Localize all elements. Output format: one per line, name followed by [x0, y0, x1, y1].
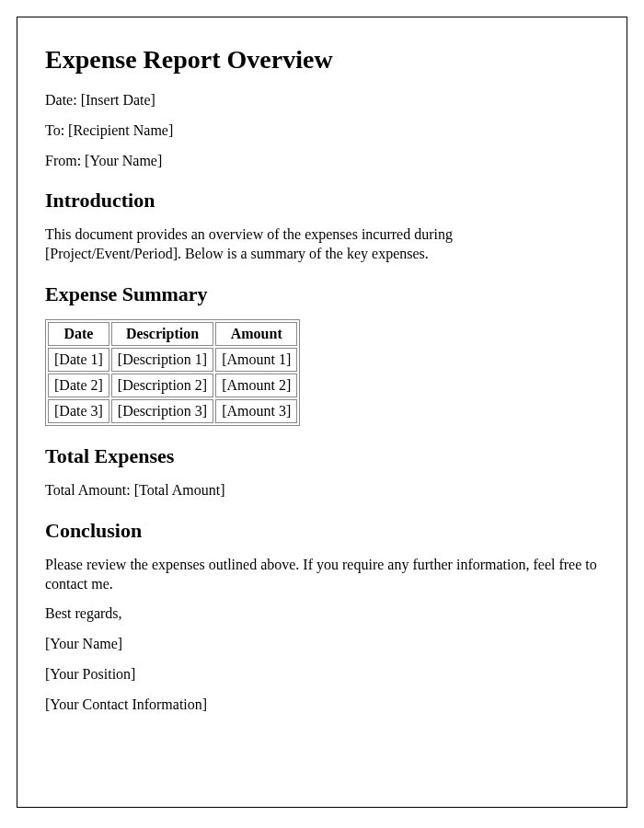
table-row: [Date 2] [Description 2] [Amount 2] [48, 374, 297, 397]
table-cell: [Date 3] [48, 399, 109, 423]
conclusion-position: [Your Position] [45, 665, 599, 684]
table-cell: [Description 2] [111, 374, 213, 397]
table-cell: [Date 1] [48, 348, 109, 372]
table-header-row: Date Description Amount [48, 322, 297, 346]
meta-date: Date: [Insert Date] [45, 91, 599, 110]
total-heading: Total Expenses [45, 444, 599, 468]
table-header-description: Description [111, 322, 213, 346]
introduction-body: This document provides an overview of th… [45, 225, 523, 264]
total-line: Total Amount: [Total Amount] [45, 481, 599, 500]
meta-to: To: [Recipient Name] [45, 121, 599, 141]
conclusion-heading: Conclusion [45, 519, 599, 543]
conclusion-contact: [Your Contact Information] [45, 696, 599, 715]
conclusion-regards: Best regards, [45, 604, 599, 624]
expense-table: Date Description Amount [Date 1] [Descri… [45, 319, 300, 426]
table-cell: [Amount 1] [215, 348, 297, 372]
summary-heading: Expense Summary [45, 282, 599, 306]
page-title: Expense Report Overview [45, 45, 599, 75]
meta-from: From: [Your Name] [45, 152, 599, 171]
conclusion-name: [Your Name] [45, 635, 599, 654]
conclusion-body: Please review the expenses outlined abov… [45, 556, 599, 594]
table-cell: [Description 1] [111, 348, 213, 372]
document-page: Expense Report Overview Date: [Insert Da… [17, 17, 627, 808]
table-header-amount: Amount [215, 322, 297, 346]
table-header-date: Date [48, 322, 109, 346]
introduction-heading: Introduction [45, 189, 599, 213]
table-cell: [Date 2] [48, 374, 109, 397]
table-cell: [Amount 3] [215, 399, 297, 423]
table-cell: [Amount 2] [215, 374, 297, 397]
table-cell: [Description 3] [111, 399, 213, 423]
table-row: [Date 1] [Description 1] [Amount 1] [48, 348, 297, 372]
table-row: [Date 3] [Description 3] [Amount 3] [48, 399, 297, 423]
